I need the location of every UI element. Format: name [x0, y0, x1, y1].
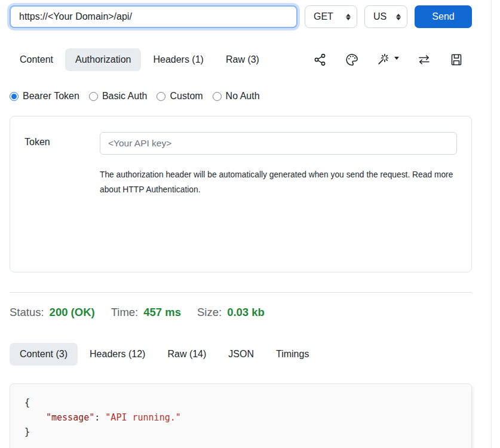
- method-select[interactable]: GET: [305, 5, 357, 28]
- url-input[interactable]: [10, 5, 297, 28]
- response-tab-json[interactable]: JSON: [218, 343, 264, 366]
- bearer-token-panel: Token The authorization header will be a…: [10, 116, 472, 272]
- json-close-brace: }: [24, 425, 457, 440]
- method-select-value: GET: [314, 11, 333, 22]
- magic-wand-icon[interactable]: [376, 53, 399, 67]
- json-key: "message": [46, 412, 94, 423]
- size-group: Size: 0.03 kb: [197, 306, 265, 319]
- select-arrows-icon: [346, 14, 351, 20]
- region-select-value: US: [373, 11, 386, 22]
- swap-arrows-icon[interactable]: [416, 53, 432, 67]
- select-arrows-icon: [396, 14, 401, 20]
- tab-headers[interactable]: Headers (1): [143, 48, 213, 71]
- palette-icon[interactable]: [345, 53, 359, 67]
- auth-type-options: Bearer Token Basic Auth Custom No Auth: [10, 91, 491, 102]
- auth-option-no-auth[interactable]: No Auth: [213, 91, 260, 102]
- auth-option-custom[interactable]: Custom: [157, 91, 203, 102]
- auth-option-bearer-token[interactable]: Bearer Token: [10, 91, 79, 102]
- response-tab-raw[interactable]: Raw (14): [157, 343, 216, 366]
- auth-option-basic-auth[interactable]: Basic Auth: [89, 91, 148, 102]
- auth-option-label: No Auth: [226, 91, 260, 102]
- token-field-label: Token: [24, 132, 100, 256]
- share-icon[interactable]: [313, 53, 327, 67]
- status-value: 200 (OK): [50, 306, 95, 319]
- response-summary: Status: 200 (OK) Time: 457 ms Size: 0.03…: [10, 306, 491, 319]
- auth-radio-bearer-token[interactable]: [10, 92, 19, 101]
- auth-option-label: Custom: [170, 91, 203, 102]
- time-group: Time: 457 ms: [111, 306, 181, 319]
- size-label: Size:: [197, 306, 222, 319]
- time-label: Time:: [111, 306, 139, 319]
- status-label: Status:: [10, 306, 44, 319]
- json-open-brace: {: [24, 395, 457, 410]
- auth-radio-basic-auth[interactable]: [89, 92, 98, 101]
- request-bar: GET US Send: [10, 5, 472, 28]
- response-tab-timings[interactable]: Timings: [266, 343, 319, 366]
- api-client-page: GET US Send Content Authorization Header…: [0, 0, 492, 448]
- send-button[interactable]: Send: [415, 5, 472, 28]
- status-group: Status: 200 (OK): [10, 306, 95, 319]
- tab-authorization[interactable]: Authorization: [65, 48, 141, 71]
- token-input[interactable]: [100, 132, 457, 155]
- tab-content[interactable]: Content: [10, 48, 63, 71]
- section-divider: [10, 292, 472, 293]
- auth-option-label: Bearer Token: [23, 91, 79, 102]
- auth-radio-custom[interactable]: [157, 92, 165, 101]
- request-tabs: Content Authorization Headers (1) Raw (3…: [10, 48, 269, 71]
- time-value: 457 ms: [143, 306, 181, 319]
- response-tab-headers[interactable]: Headers (12): [79, 343, 155, 366]
- chevron-down-icon: [394, 57, 399, 60]
- response-tabs: Content (3) Headers (12) Raw (14) JSON T…: [10, 343, 491, 366]
- request-tabs-row: Content Authorization Headers (1) Raw (3…: [10, 48, 472, 71]
- response-tab-content[interactable]: Content (3): [10, 343, 78, 366]
- json-string-value: "API running.": [105, 412, 180, 423]
- save-icon[interactable]: [449, 53, 464, 67]
- request-toolbar: [313, 53, 472, 67]
- response-body: {"message": "API running."}: [10, 383, 472, 448]
- auth-radio-no-auth[interactable]: [213, 92, 222, 101]
- tab-raw[interactable]: Raw (3): [216, 48, 269, 71]
- region-select[interactable]: US: [364, 5, 407, 28]
- auth-option-label: Basic Auth: [102, 91, 148, 102]
- token-help-text: The authorization header will be automat…: [100, 167, 457, 197]
- json-separator: :: [94, 412, 105, 423]
- size-value: 0.03 kb: [227, 306, 265, 319]
